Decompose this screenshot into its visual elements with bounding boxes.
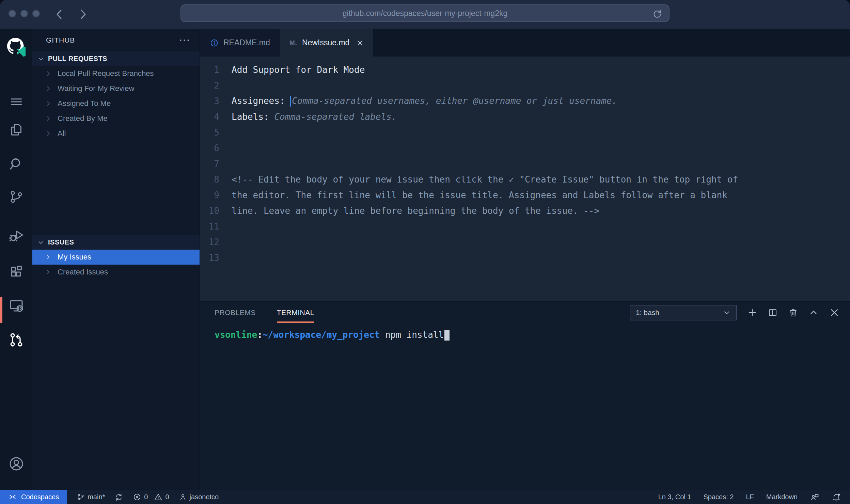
section-label: PULL REQUESTS — [48, 55, 107, 63]
editor-line[interactable]: 12 — [200, 234, 850, 250]
window-controls[interactable] — [9, 10, 40, 17]
chevron-right-icon — [45, 268, 52, 276]
pull-requests-icon[interactable] — [0, 327, 32, 353]
split-terminal-icon[interactable] — [768, 308, 778, 318]
close-panel-icon[interactable] — [829, 307, 840, 318]
tree-item-my-issues[interactable]: My Issues — [32, 250, 200, 265]
editor-line[interactable]: 4Labels: Comma-separated labels. — [200, 109, 850, 125]
menu-icon[interactable] — [0, 89, 32, 115]
close-icon[interactable] — [356, 39, 364, 47]
remote-icon — [8, 493, 17, 502]
source-control-icon[interactable] — [0, 184, 32, 210]
forward-arrow-icon[interactable] — [78, 7, 88, 21]
tree-item-label: Assigned To Me — [58, 99, 111, 108]
chevron-down-icon — [37, 55, 45, 63]
debug-icon[interactable] — [0, 223, 32, 249]
maximize-chevron-up-icon[interactable] — [808, 308, 819, 318]
line-number: 10 — [200, 206, 219, 216]
editor-line[interactable]: 8<!-- Edit the body of your new issue th… — [200, 172, 850, 187]
tree-item-waiting-for-my-review[interactable]: Waiting For My Review — [32, 81, 200, 96]
chevron-right-icon — [45, 85, 52, 92]
line-number: 1 — [200, 65, 219, 75]
search-icon[interactable] — [0, 151, 32, 177]
line-number: 2 — [200, 80, 219, 91]
tab-readme[interactable]: README.md — [200, 29, 280, 57]
language-mode[interactable]: Markdown — [766, 493, 798, 501]
indentation[interactable]: Spaces: 2 — [703, 493, 734, 501]
editor-line[interactable]: 6 — [200, 140, 850, 156]
section-label: ISSUES — [48, 238, 74, 246]
tree-item-created-issues[interactable]: Created Issues — [32, 265, 200, 280]
sidebar-title: GITHUB — [46, 36, 75, 44]
editor-line[interactable]: 1Add Support for Dark Mode — [200, 62, 850, 78]
chevron-down-icon — [723, 309, 731, 317]
branch-indicator[interactable]: main* — [77, 493, 105, 501]
new-terminal-plus-icon[interactable] — [747, 308, 757, 318]
back-arrow-icon[interactable] — [54, 7, 65, 21]
feedback-icon[interactable] — [810, 492, 819, 502]
tab-label: README.md — [223, 38, 270, 47]
terminal-path: ~/workspace/my_project — [263, 330, 380, 340]
line-number: 11 — [200, 221, 219, 232]
section-header-pull-requests[interactable]: PULL REQUESTS — [32, 51, 200, 66]
more-actions-icon[interactable]: ··· — [179, 35, 191, 45]
sidebar-github-panel: GITHUB ··· PULL REQUESTS Local Pull Requ… — [32, 29, 200, 490]
github-codespaces-logo-icon — [0, 36, 32, 58]
terminal-cursor — [444, 330, 450, 341]
section-header-issues[interactable]: ISSUES — [32, 235, 200, 250]
tree-item-local-pull-request-branches[interactable]: Local Pull Request Branches — [32, 66, 200, 81]
editor-line[interactable]: 11 — [200, 219, 850, 234]
tree-item-all[interactable]: All — [32, 126, 200, 141]
editor-line[interactable]: 3Assignees: Comma-separated usernames, e… — [200, 93, 850, 109]
chevron-right-icon — [45, 100, 52, 107]
chevron-right-icon — [45, 253, 52, 261]
tab-problems[interactable]: PROBLEMS — [215, 302, 256, 324]
terminal-instance-select[interactable]: 1: bash — [630, 305, 737, 320]
line-number: 3 — [200, 96, 219, 106]
extensions-icon[interactable] — [0, 259, 32, 285]
reload-icon[interactable] — [652, 9, 663, 19]
explorer-icon[interactable] — [0, 117, 32, 143]
editor-line[interactable]: 13 — [200, 250, 850, 266]
editor-line[interactable]: 2 — [200, 78, 850, 93]
tree-item-created-by-me[interactable]: Created By Me — [32, 111, 200, 126]
address-bar[interactable]: github.com/codespaces/user-my-project-mg… — [180, 4, 670, 22]
terminal-prompt-line[interactable]: vsonline:~/workspace/my_project npm inst… — [215, 330, 850, 341]
line-content: the editor. The first line will be the i… — [232, 190, 727, 200]
line-content: Add Support for Dark Mode — [232, 65, 365, 75]
selected-shell: 1: bash — [636, 309, 659, 317]
sync-button[interactable] — [114, 493, 123, 502]
remote-explorer-icon[interactable] — [0, 293, 32, 319]
editor-line[interactable]: 5 — [200, 125, 850, 140]
editor-content[interactable]: 1Add Support for Dark Mode23Assignees: C… — [200, 57, 850, 301]
editor-cursor — [290, 96, 291, 107]
tab-terminal[interactable]: TERMINAL — [277, 302, 314, 324]
eol-selector[interactable]: LF — [746, 493, 754, 501]
close-window-button[interactable] — [9, 10, 16, 17]
tab-strip: README.md M↓ NewIssue.md — [200, 29, 850, 57]
tab-newissue[interactable]: M↓ NewIssue.md — [280, 29, 374, 57]
zoom-window-button[interactable] — [32, 10, 40, 17]
bottom-panel: PROBLEMS TERMINAL 1: bash — [200, 301, 850, 490]
tree-item-label: Waiting For My Review — [58, 84, 134, 93]
kill-terminal-trash-icon[interactable] — [788, 308, 798, 318]
notifications-bell-icon[interactable] — [832, 492, 841, 502]
markdown-icon: M↓ — [289, 39, 297, 47]
error-count: 0 — [144, 493, 148, 501]
codespaces-status-badge[interactable]: Codespaces — [0, 490, 67, 504]
warning-count: 0 — [165, 493, 169, 501]
editor-line[interactable]: 10line. Leave an empty line before begin… — [200, 203, 850, 219]
line-number: 7 — [200, 159, 219, 169]
editor-line[interactable]: 9the editor. The first line will be the … — [200, 187, 850, 203]
cursor-position[interactable]: Ln 3, Col 1 — [658, 493, 691, 501]
problems-indicator[interactable]: 0 0 — [133, 493, 169, 501]
chevron-right-icon — [45, 70, 52, 77]
info-icon — [210, 38, 219, 47]
account-icon[interactable] — [0, 451, 32, 477]
signed-in-user[interactable]: jasonetco — [179, 493, 219, 501]
editor-line[interactable]: 7 — [200, 156, 850, 172]
minimize-window-button[interactable] — [20, 10, 28, 17]
active-view-indicator — [0, 297, 2, 323]
tree-item-label: My Issues — [58, 253, 91, 262]
tree-item-assigned-to-me[interactable]: Assigned To Me — [32, 96, 200, 111]
